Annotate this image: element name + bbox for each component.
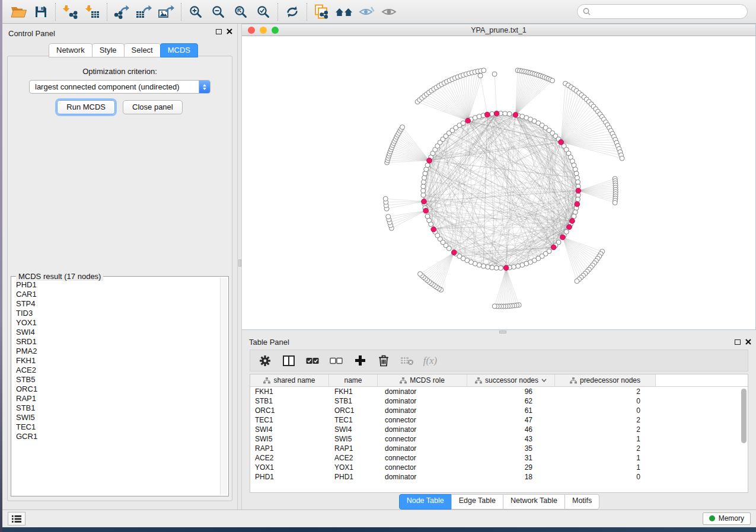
table-row[interactable]: SWI5SWI5connector431 — [250, 434, 748, 444]
horizontal-splitter[interactable] — [242, 330, 756, 334]
table-cell: SWI5 — [329, 435, 378, 443]
table-cell: 0 — [555, 473, 656, 481]
vertical-splitter[interactable] — [237, 24, 242, 509]
table-row[interactable]: TEC1TEC1connector472 — [250, 415, 748, 425]
tab-network[interactable]: Network — [49, 43, 92, 57]
hide-selected-icon[interactable] — [355, 2, 378, 21]
mcds-result-list[interactable]: PHD1CAR1STP4TID3YOX1SWI4SRD1PMA2FKH1ACE2… — [12, 280, 220, 495]
mcds-result-node[interactable]: TID3 — [12, 309, 220, 318]
tab-node-table[interactable]: Node Table — [399, 494, 452, 509]
close-panel-icon[interactable] — [227, 28, 232, 34]
save-session-icon[interactable] — [30, 2, 52, 21]
mcds-result-node[interactable]: SWI4 — [12, 328, 220, 337]
tab-style[interactable]: Style — [92, 43, 125, 57]
show-all-icon[interactable] — [378, 2, 400, 21]
export-table-icon[interactable] — [133, 2, 155, 21]
mcds-result-node[interactable]: PHD1 — [12, 280, 220, 290]
close-panel-icon[interactable] — [745, 339, 751, 345]
deselect-all-icon[interactable] — [327, 352, 345, 369]
zoom-in-icon[interactable] — [184, 2, 207, 21]
table-settings-icon[interactable] — [256, 352, 274, 369]
column-header-filler — [656, 374, 748, 386]
dropdown-value: largest connected component (undirected) — [30, 82, 199, 91]
export-image-icon[interactable] — [155, 2, 178, 21]
mcds-result-node[interactable]: ORC1 — [12, 384, 220, 394]
mcds-result-node[interactable]: RAP1 — [12, 394, 220, 403]
toolbar-separator — [107, 3, 107, 21]
table-scrollbar[interactable] — [740, 387, 747, 491]
close-panel-button[interactable]: Close panel — [123, 100, 183, 114]
new-network-from-selection-icon[interactable] — [310, 2, 333, 21]
float-panel-icon[interactable] — [216, 29, 222, 34]
column-header-name[interactable]: name — [329, 374, 378, 386]
search-box[interactable] — [577, 4, 748, 19]
column-header-predecessor-nodes[interactable]: predecessor nodes — [555, 374, 656, 386]
network-canvas[interactable] — [242, 37, 755, 329]
import-table-icon[interactable] — [81, 2, 104, 21]
table-cell: PHD1 — [329, 473, 378, 481]
table-row[interactable]: STB1STB1dominator620 — [250, 396, 748, 406]
network-titlebar: YPA_prune.txt_1 — [242, 24, 755, 36]
tab-network-table[interactable]: Network Table — [503, 494, 565, 509]
tab-edge-table[interactable]: Edge Table — [451, 494, 503, 509]
select-all-icon[interactable] — [304, 352, 321, 369]
table-row[interactable]: YOX1YOX1connector291 — [250, 463, 748, 472]
export-network-icon[interactable] — [110, 2, 133, 21]
table-row[interactable]: FKH1FKH1dominator962 — [250, 387, 748, 396]
table-row[interactable]: ORC1ORC1dominator610 — [250, 406, 748, 415]
optimization-criterion-dropdown[interactable]: largest connected component (undirected) — [29, 80, 210, 94]
zoom-fit-icon[interactable] — [229, 2, 252, 21]
import-network-icon[interactable] — [59, 2, 81, 21]
column-header-MCDS-role[interactable]: MCDS role — [378, 374, 467, 386]
mcds-result-node[interactable]: CAR1 — [12, 290, 220, 299]
mcds-result-node[interactable]: SWI5 — [12, 413, 220, 422]
table-row[interactable]: PHD1PHD1dominator180 — [250, 472, 748, 482]
tab-mcds[interactable]: MCDS — [160, 43, 198, 57]
tab-motifs[interactable]: Motifs — [564, 494, 599, 509]
table-cell: connector — [378, 435, 467, 443]
delete-column-icon[interactable] — [375, 352, 393, 369]
add-column-icon[interactable] — [351, 352, 369, 369]
scrollbar-thumb[interactable] — [741, 389, 747, 443]
table-row[interactable]: RAP1RAP1dominator352 — [250, 444, 748, 453]
mcds-result-node[interactable]: SRD1 — [12, 337, 220, 347]
table-toolbar: f(x) — [250, 350, 748, 371]
table-cell: SWI4 — [250, 425, 329, 434]
toolbar-buttons — [7, 2, 400, 21]
tab-select[interactable]: Select — [124, 43, 161, 57]
splitter-grip[interactable] — [238, 259, 241, 267]
refresh-icon[interactable] — [281, 2, 304, 21]
zoom-selected-icon[interactable] — [252, 2, 275, 21]
dropdown-stepper-icon — [199, 81, 210, 93]
table-panel: Table Panel f(x) shared namenameMCDS rol… — [242, 334, 756, 509]
svg-text:f(x): f(x) — [423, 355, 438, 366]
run-mcds-button[interactable]: Run MCDS — [57, 100, 115, 114]
network-view-frame: YPA_prune.txt_1 — [242, 24, 756, 330]
splitter-grip[interactable] — [499, 331, 506, 334]
table-row[interactable]: SWI4SWI4dominator462 — [250, 425, 748, 434]
float-panel-icon[interactable] — [735, 339, 741, 345]
mcds-result-node[interactable]: STB5 — [12, 375, 220, 384]
mcds-result-node[interactable]: YOX1 — [12, 318, 220, 328]
open-file-icon[interactable] — [7, 2, 30, 21]
zoom-out-icon[interactable] — [207, 2, 229, 21]
mcds-result-node[interactable]: ACE2 — [12, 366, 220, 375]
mcds-result-node[interactable]: GCR1 — [12, 432, 220, 441]
mcds-result-node[interactable]: STB1 — [12, 403, 220, 413]
search-input[interactable] — [594, 7, 742, 16]
column-header-successor-nodes[interactable]: successor nodes — [467, 374, 555, 386]
mcds-result-node[interactable]: PMA2 — [12, 347, 220, 356]
column-panel-icon[interactable] — [280, 352, 298, 369]
function-builder-icon: f(x) — [422, 352, 440, 369]
mcds-result-node[interactable]: STP4 — [12, 299, 220, 309]
main-toolbar — [2, 0, 756, 24]
table-cell: SWI4 — [329, 425, 378, 434]
automation-panel-button[interactable] — [8, 512, 25, 525]
column-header-shared-name[interactable]: shared name — [250, 374, 329, 386]
first-neighbors-icon[interactable] — [333, 2, 355, 21]
mcds-result-node[interactable]: FKH1 — [12, 356, 220, 366]
table-row[interactable]: ACE2ACE2connector311 — [250, 453, 748, 463]
mcds-result-scrollbar[interactable] — [220, 278, 227, 495]
memory-button[interactable]: Memory — [703, 512, 751, 525]
mcds-result-node[interactable]: TEC1 — [12, 422, 220, 432]
